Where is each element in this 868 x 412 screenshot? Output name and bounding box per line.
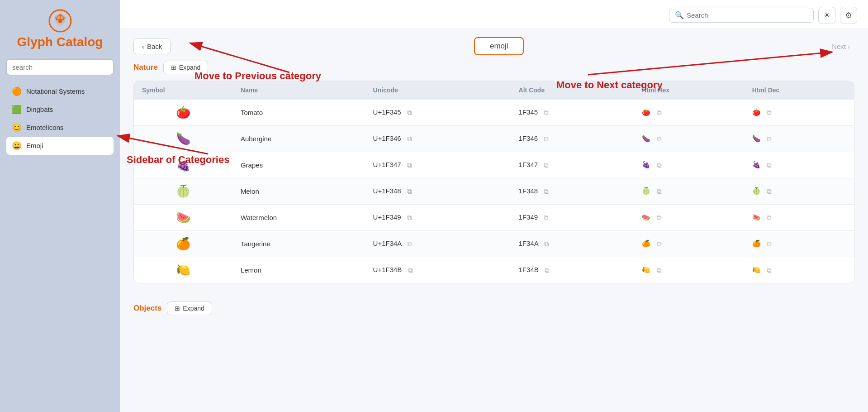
theme-toggle-button[interactable]: ☀ bbox=[818, 7, 835, 24]
expand-label: Expand bbox=[179, 64, 200, 71]
copy-hex-button[interactable]: ⧉ bbox=[655, 239, 664, 249]
expand-objects-button[interactable]: ⊞ Expand bbox=[167, 302, 212, 315]
copy-unicode-button[interactable]: ⧉ bbox=[405, 187, 414, 196]
gear-icon: ⚙ bbox=[845, 10, 852, 20]
expand-objects-label: Expand bbox=[183, 305, 204, 312]
sidebar-item-emoji[interactable]: 😀 Emoji bbox=[6, 137, 114, 155]
main-content: 🔍 ☀ ⚙ ‹ Back emoji Next › Nature ⊞ Expan… bbox=[120, 0, 868, 412]
glyph-table-container: Symbol Name Unicode Alt Code Html Hex Ht… bbox=[133, 81, 854, 283]
html-hex-cell: 🍊 ⧉ bbox=[634, 231, 744, 257]
logo-icon bbox=[48, 9, 72, 33]
copy-alt-button[interactable]: ⧉ bbox=[542, 108, 550, 118]
name-cell: Grapes bbox=[232, 152, 365, 178]
subcategory-nature-label: Nature bbox=[133, 63, 158, 72]
back-label: Back bbox=[147, 43, 162, 50]
topbar: 🔍 ☀ ⚙ bbox=[120, 0, 868, 29]
svg-point-1 bbox=[58, 19, 62, 23]
copy-dec-button[interactable]: ⧉ bbox=[765, 108, 773, 118]
copy-hex-button[interactable]: ⧉ bbox=[655, 187, 664, 196]
symbol-cell: 🍆 bbox=[134, 126, 232, 152]
topbar-search-container[interactable]: 🔍 bbox=[669, 8, 814, 23]
unicode-cell: U+1F34A ⧉ bbox=[365, 231, 511, 257]
html-dec-cell: 🍇 ⧉ bbox=[744, 152, 854, 178]
chevron-right-icon: › bbox=[848, 43, 850, 50]
sidebar-icon-emotelcons: 😊 bbox=[12, 123, 22, 133]
col-html-dec: Html Dec bbox=[744, 81, 854, 100]
col-unicode: Unicode bbox=[365, 81, 511, 100]
copy-unicode-button[interactable]: ⧉ bbox=[405, 213, 414, 223]
next-label: Next bbox=[832, 43, 846, 50]
subcategory-nature-row: Nature ⊞ Expand bbox=[120, 61, 868, 81]
category-header: ‹ Back emoji Next › bbox=[120, 29, 868, 61]
html-hex-cell: 🍈 ⧉ bbox=[634, 178, 744, 205]
copy-unicode-button[interactable]: ⧉ bbox=[405, 108, 414, 118]
sidebar-label-notational: Notational Systems bbox=[26, 87, 85, 95]
html-dec-cell: 🍈 ⧉ bbox=[744, 178, 854, 205]
copy-hex-button[interactable]: ⧉ bbox=[655, 160, 664, 170]
unicode-cell: U+1F345 ⧉ bbox=[365, 100, 511, 126]
copy-alt-button[interactable]: ⧉ bbox=[542, 213, 550, 223]
copy-unicode-button[interactable]: ⧉ bbox=[405, 160, 414, 170]
topbar-search-input[interactable] bbox=[687, 11, 808, 19]
alt-code-cell: 1F347 ⧉ bbox=[511, 152, 634, 178]
sidebar-label-dingbats: Dingbats bbox=[26, 105, 53, 113]
col-name: Name bbox=[232, 81, 365, 100]
copy-unicode-button[interactable]: ⧉ bbox=[406, 265, 415, 275]
copy-hex-button[interactable]: ⧉ bbox=[655, 213, 664, 223]
copy-dec-button[interactable]: ⧉ bbox=[765, 160, 773, 170]
app-title: Glyph Catalog bbox=[17, 35, 103, 49]
alt-code-cell: 1F346 ⧉ bbox=[511, 126, 634, 152]
copy-alt-button[interactable]: ⧉ bbox=[542, 160, 550, 170]
alt-code-cell: 1F34A ⧉ bbox=[511, 231, 634, 257]
html-hex-cell: 🍋 ⧉ bbox=[634, 257, 744, 283]
copy-dec-button[interactable]: ⧉ bbox=[765, 213, 773, 223]
alt-code-cell: 1F349 ⧉ bbox=[511, 205, 634, 231]
name-cell: Tangerine bbox=[232, 231, 365, 257]
copy-alt-button[interactable]: ⧉ bbox=[543, 265, 551, 275]
back-button[interactable]: ‹ Back bbox=[133, 38, 171, 54]
html-hex-cell: 🍆 ⧉ bbox=[634, 126, 744, 152]
expand-nature-button[interactable]: ⊞ Expand bbox=[163, 61, 208, 74]
settings-button[interactable]: ⚙ bbox=[840, 7, 857, 24]
symbol-cell: 🍊 bbox=[134, 231, 232, 257]
col-symbol: Symbol bbox=[134, 81, 232, 100]
html-hex-cell: 🍇 ⧉ bbox=[634, 152, 744, 178]
col-alt-code: Alt Code bbox=[511, 81, 634, 100]
copy-hex-button[interactable]: ⧉ bbox=[655, 134, 664, 144]
symbol-cell: 🍅 bbox=[134, 100, 232, 126]
copy-hex-button[interactable]: ⧉ bbox=[655, 265, 664, 275]
sidebar-item-notational[interactable]: 🟠 Notational Systems bbox=[6, 82, 114, 101]
unicode-cell: U+1F348 ⧉ bbox=[365, 178, 511, 205]
table-header-row: Symbol Name Unicode Alt Code Html Hex Ht… bbox=[134, 81, 854, 100]
copy-alt-button[interactable]: ⧉ bbox=[542, 239, 551, 249]
sidebar-label-emoji: Emoji bbox=[26, 142, 43, 149]
next-button[interactable]: Next › bbox=[827, 39, 854, 54]
copy-alt-button[interactable]: ⧉ bbox=[542, 134, 550, 144]
copy-alt-button[interactable]: ⧉ bbox=[542, 187, 550, 196]
copy-unicode-button[interactable]: ⧉ bbox=[406, 239, 414, 249]
sidebar-item-dingbats[interactable]: 🟩 Dingbats bbox=[6, 101, 114, 119]
sidebar-icon-notational: 🟠 bbox=[12, 86, 22, 96]
col-html-hex: Html Hex bbox=[634, 81, 744, 100]
logo-area: Glyph Catalog bbox=[6, 9, 114, 49]
sidebar-label-emotelcons: EmotelIcons bbox=[26, 124, 64, 131]
sidebar-item-emotelcons[interactable]: 😊 EmotelIcons bbox=[6, 119, 114, 137]
expand-objects-icon: ⊞ bbox=[175, 305, 180, 312]
category-name: emoji bbox=[490, 42, 508, 50]
sidebar-search-input[interactable] bbox=[6, 59, 114, 75]
alt-code-cell: 1F34B ⧉ bbox=[511, 257, 634, 283]
glyph-table: Symbol Name Unicode Alt Code Html Hex Ht… bbox=[134, 81, 854, 283]
copy-dec-button[interactable]: ⧉ bbox=[765, 187, 773, 196]
sun-icon: ☀ bbox=[823, 10, 830, 20]
copy-dec-button[interactable]: ⧉ bbox=[765, 134, 773, 144]
table-row: 🍆 Aubergine U+1F346 ⧉ 1F346 ⧉ 🍆 ⧉ 🍆 ⧉ bbox=[134, 126, 854, 152]
copy-dec-button[interactable]: ⧉ bbox=[765, 265, 773, 275]
copy-unicode-button[interactable]: ⧉ bbox=[405, 134, 414, 144]
search-icon: 🔍 bbox=[675, 11, 684, 19]
category-title-badge: emoji bbox=[474, 37, 524, 55]
copy-hex-button[interactable]: ⧉ bbox=[655, 108, 664, 118]
copy-dec-button[interactable]: ⧉ bbox=[765, 239, 773, 249]
chevron-left-icon: ‹ bbox=[142, 43, 144, 50]
table-row: 🍉 Watermelon U+1F349 ⧉ 1F349 ⧉ 🍉 ⧉ 🍉 ⧉ bbox=[134, 205, 854, 231]
alt-code-cell: 1F348 ⧉ bbox=[511, 178, 634, 205]
